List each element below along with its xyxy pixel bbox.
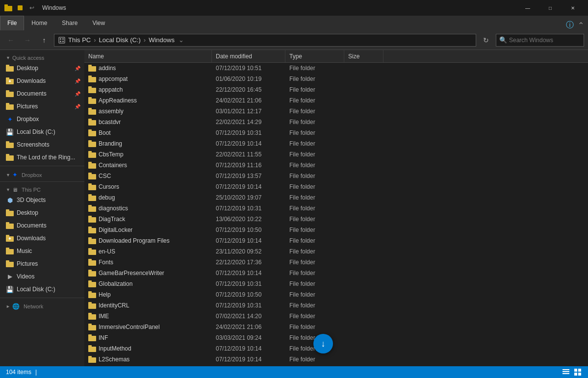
table-row[interactable]: Branding 07/12/2019 10:14 File folder: [84, 138, 588, 149]
table-row[interactable]: assembly 03/01/2021 12:17 File folder: [84, 106, 588, 117]
table-row[interactable]: diagnostics 07/12/2019 10:31 File folder: [84, 203, 588, 214]
file-name-cell: AppReadiness: [84, 97, 212, 104]
col-header-size[interactable]: Size: [344, 50, 383, 62]
table-row[interactable]: DigitalLocker 07/12/2019 10:50 File fold…: [84, 225, 588, 235]
localdisk-icon-qa: 💾: [6, 128, 14, 136]
table-row[interactable]: addins 07/12/2019 10:51 File folder: [84, 63, 588, 74]
table-row[interactable]: appcompat 01/06/2020 10:19 File folder: [84, 74, 588, 84]
download-overlay-button[interactable]: ↓: [313, 334, 333, 353]
table-row[interactable]: Downloaded Program Files 07/12/2019 10:1…: [84, 235, 588, 246]
help-icon[interactable]: ⓘ: [566, 20, 574, 30]
file-name-cell: DiagTrack: [84, 216, 212, 223]
sidebar-item-localdisk-pc[interactable]: 💾 Local Disk (C:): [0, 283, 84, 296]
sidebar-item-pictures-qa[interactable]: Pictures 📌: [0, 100, 84, 113]
tab-view[interactable]: View: [85, 16, 112, 30]
search-input[interactable]: [509, 37, 581, 44]
table-row[interactable]: L2Schemas 07/12/2019 10:14 File folder: [84, 354, 588, 365]
pin-icon-downloads: 📌: [75, 78, 80, 84]
sidebar-item-localdisk-qa[interactable]: 💾 Local Disk (C:): [0, 126, 84, 138]
refresh-icon: ↻: [483, 36, 489, 44]
file-name-text: bcastdvr: [99, 119, 121, 126]
table-row[interactable]: Containers 07/12/2019 11:16 File folder: [84, 160, 588, 171]
sidebar-item-documents-qa[interactable]: Documents 📌: [0, 87, 84, 100]
forward-button[interactable]: →: [21, 33, 34, 47]
downloads-pc-icon: [6, 234, 14, 242]
table-row[interactable]: Help 07/12/2019 10:50 File folder: [84, 289, 588, 300]
file-name-cell: IME: [84, 313, 212, 320]
sidebar-item-screenshots-qa[interactable]: Screenshots: [0, 138, 84, 151]
documents-pc-label: Documents: [17, 222, 47, 229]
address-bar[interactable]: This PC › Local Disk (C:) › Windows ⌄: [54, 34, 476, 47]
file-name-text: DiagTrack: [99, 216, 125, 223]
svg-rect-29: [6, 260, 9, 263]
maximize-button[interactable]: □: [539, 0, 562, 16]
refresh-button[interactable]: ↻: [479, 33, 493, 47]
sidebar-item-3dobjects[interactable]: ⬢ 3D Objects: [0, 194, 84, 206]
sidebar-item-lordofring-qa[interactable]: The Lord of the Ring...: [0, 151, 84, 164]
sidebar-item-desktop[interactable]: Desktop 📌: [0, 62, 84, 75]
sidebar-network-header[interactable]: ► 🌐 Network: [0, 300, 84, 311]
folder-icon-7: [88, 140, 96, 147]
table-row[interactable]: Boot 07/12/2019 10:31 File folder: [84, 127, 588, 138]
table-row[interactable]: DiagTrack 13/06/2020 10:22 File folder: [84, 214, 588, 225]
tab-file[interactable]: File: [0, 16, 24, 30]
table-row[interactable]: Globalization 07/12/2019 10:31 File fold…: [84, 278, 588, 289]
file-name-text: Globalization: [99, 280, 132, 287]
col-header-date[interactable]: Date modified: [212, 50, 285, 62]
quickaccess-label: Quick access: [12, 55, 44, 61]
table-row[interactable]: bcastdvr 22/02/2021 14:29 File folder: [84, 117, 588, 127]
sidebar-item-pictures-pc[interactable]: Pictures: [0, 257, 84, 270]
lordofring-label-qa: The Lord of the Ring...: [17, 154, 75, 161]
videos-pc-label: Videos: [17, 273, 34, 280]
sidebar-item-documents-pc[interactable]: Documents: [0, 219, 84, 232]
sidebar-quickaccess-header[interactable]: ▼ Quick access: [0, 52, 84, 62]
sidebar-dropbox-header[interactable]: ▼ ✦ Dropbox: [0, 168, 84, 179]
breadcrumb-dropdown-icon[interactable]: ⌄: [179, 36, 184, 44]
documents-pc-icon: [6, 222, 14, 229]
back-button[interactable]: ←: [4, 33, 18, 47]
list-view-icon[interactable]: [562, 368, 570, 377]
table-row[interactable]: IdentityCRL 07/12/2019 10:31 File folder: [84, 300, 588, 311]
table-row[interactable]: debug 25/10/2020 19:07 File folder: [84, 192, 588, 203]
sidebar-item-dropbox-qa[interactable]: ✦ Dropbox: [0, 113, 84, 126]
tab-home[interactable]: Home: [24, 16, 54, 30]
sidebar-thispc-header[interactable]: ▼ 🖥 This PC: [0, 184, 84, 194]
table-row[interactable]: AppReadiness 24/02/2021 21:06 File folde…: [84, 95, 588, 106]
table-row[interactable]: CSC 07/12/2019 13:57 File folder: [84, 171, 588, 181]
svg-rect-35: [574, 373, 577, 376]
svg-rect-17: [6, 141, 9, 144]
tab-share[interactable]: Share: [54, 16, 85, 30]
sidebar-item-videos-pc[interactable]: ▶ Videos: [0, 270, 84, 283]
table-row[interactable]: Fonts 22/12/2020 17:36 File folder: [84, 257, 588, 268]
folder-icon-15: [88, 227, 96, 233]
sidebar-item-downloads-qa[interactable]: Downloads 📌: [0, 75, 84, 87]
grid-view-icon[interactable]: [573, 368, 582, 377]
collapse-icon[interactable]: ⌃: [578, 21, 584, 30]
search-box[interactable]: 🔍: [496, 34, 584, 47]
sidebar-item-music-pc[interactable]: Music: [0, 245, 84, 257]
sidebar-item-desktop-pc[interactable]: Desktop: [0, 206, 84, 219]
file-type-cell: File folder: [285, 194, 344, 201]
breadcrumb-sep-1: ›: [94, 36, 96, 44]
svg-rect-9: [6, 65, 9, 67]
table-row[interactable]: en-US 23/11/2020 09:52 File folder: [84, 246, 588, 257]
table-row[interactable]: CbsTemp 22/02/2021 11:55 File folder: [84, 149, 588, 160]
sidebar-item-downloads-pc[interactable]: Downloads: [0, 232, 84, 245]
table-row[interactable]: InputMethod 07/12/2019 10:14 File folder: [84, 343, 588, 354]
file-name-cell: bcastdvr: [84, 119, 212, 126]
table-row[interactable]: apppatch 22/12/2020 16:45 File folder: [84, 84, 588, 95]
col-header-type[interactable]: Type: [285, 50, 344, 62]
col-header-name[interactable]: Name: [84, 50, 212, 62]
minimize-button[interactable]: —: [516, 0, 539, 16]
table-row[interactable]: GameBarPresenceWriter 07/12/2019 10:14 F…: [84, 268, 588, 278]
table-row[interactable]: INF 03/03/2021 09:24 File folder: [84, 332, 588, 343]
file-name-text: Help: [99, 291, 111, 298]
close-button[interactable]: ✕: [562, 0, 584, 16]
folder-icon-9: [88, 162, 96, 169]
table-row[interactable]: Cursors 07/12/2019 10:14 File folder: [84, 181, 588, 192]
downloads-pc-label: Downloads: [17, 235, 46, 242]
file-list: addins 07/12/2019 10:51 File folder appc…: [84, 63, 588, 366]
table-row[interactable]: IME 07/02/2021 14:20 File folder: [84, 311, 588, 322]
table-row[interactable]: ImmersiveControlPanel 24/02/2021 21:06 F…: [84, 322, 588, 332]
up-button[interactable]: ↑: [37, 33, 51, 47]
